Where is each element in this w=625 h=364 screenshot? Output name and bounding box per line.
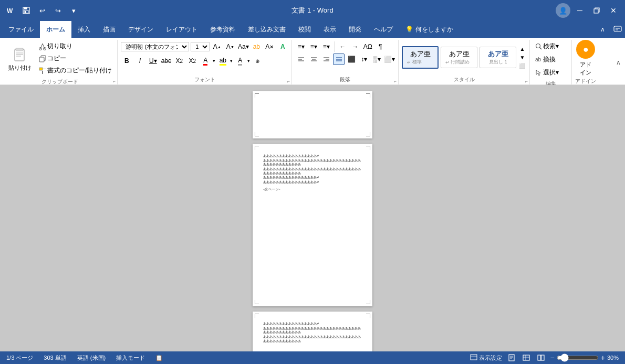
font-name-select[interactable]: 游明朝 (本文のフォン・	[121, 42, 189, 51]
change-case-button[interactable]: Aa▾	[237, 41, 249, 52]
ribbon-collapse-button[interactable]: ∧	[614, 40, 623, 84]
cut-button[interactable]: 切り取り	[37, 41, 114, 52]
tab-draw[interactable]: 描画	[97, 21, 122, 38]
bullet-list-button[interactable]: ≡▾	[295, 41, 307, 52]
columns-button[interactable]: ⬛	[346, 53, 357, 65]
tab-mailings[interactable]: 差し込み文書	[242, 21, 292, 38]
font-group-expand[interactable]: ⌐	[285, 78, 291, 84]
highlight-dropdown[interactable]: ▾	[230, 58, 233, 63]
font-shrink-button[interactable]: A▼	[224, 41, 236, 52]
style-standard[interactable]: あア亜 ↵ 標準	[402, 46, 439, 69]
collapse-ribbon-button[interactable]: ∧	[595, 21, 610, 38]
restore-button[interactable]	[589, 3, 604, 18]
tab-design[interactable]: デザイン	[122, 21, 160, 38]
print-layout-button[interactable]	[506, 352, 517, 363]
tab-review[interactable]: 校閲	[292, 21, 317, 38]
search-button[interactable]: 検索▾	[533, 41, 568, 52]
tab-file[interactable]: ファイル	[2, 21, 40, 38]
tab-search[interactable]: 💡 何をしますか	[399, 21, 460, 38]
tab-references[interactable]: 参考資料	[204, 21, 242, 38]
paragraph-group-expand[interactable]: ⌐	[392, 78, 398, 84]
justify-button[interactable]	[333, 53, 345, 65]
subscript-button[interactable]: X2	[173, 55, 185, 67]
copy-button[interactable]: コピー	[37, 53, 114, 64]
paste-button[interactable]: 貼り付け	[5, 44, 35, 73]
tab-dev[interactable]: 開発	[342, 21, 368, 38]
web-layout-button[interactable]	[521, 352, 532, 363]
tab-help[interactable]: ヘルプ	[368, 21, 399, 38]
style-compact[interactable]: あア亜 ↵ 行間詰め	[441, 47, 477, 68]
multilevel-list-button[interactable]: ≡▾	[320, 41, 332, 52]
style-heading1[interactable]: あア亜 見出し 1	[480, 47, 516, 68]
word-icon: W	[4, 4, 17, 17]
format-painter-button[interactable]: 書式のコピー/貼り付け	[37, 65, 114, 76]
text-highlight-button[interactable]: ab	[217, 55, 228, 67]
phonetic-guide-button[interactable]: ⊕	[252, 55, 263, 67]
close-button[interactable]: ✕	[606, 3, 621, 18]
user-avatar[interactable]: 👤	[556, 3, 570, 18]
zoom-in-button[interactable]: +	[601, 354, 605, 362]
align-left-button[interactable]	[295, 53, 307, 65]
borders-button[interactable]: ⬜▾	[383, 53, 395, 65]
svg-rect-49	[538, 355, 541, 360]
clear-format-button[interactable]: A✕	[264, 41, 275, 52]
show-hide-marks-button[interactable]: ¶	[374, 41, 386, 52]
addin-icon[interactable]: ●	[576, 40, 595, 59]
svg-rect-6	[594, 9, 598, 13]
comments-button[interactable]	[610, 21, 625, 38]
styles-scroll-down[interactable]: ▼	[518, 54, 526, 61]
tab-home[interactable]: ホーム	[40, 21, 71, 38]
font-color-dropdown[interactable]: ▾	[213, 58, 215, 63]
strikethrough-button[interactable]: abc	[160, 55, 172, 67]
tab-view[interactable]: 表示	[317, 21, 342, 38]
read-mode-button[interactable]	[536, 352, 546, 363]
editing-group-content: 検索▾ ab 換換 選択▾	[533, 40, 568, 79]
line-spacing-button[interactable]: ↕▾	[358, 53, 370, 65]
bold-button[interactable]: B	[121, 55, 132, 67]
undo-qat-button[interactable]: ↩	[36, 4, 48, 17]
shading-button[interactable]: A	[234, 55, 246, 67]
zoom-controls: − + 30%	[550, 354, 619, 362]
increase-indent-button[interactable]: →	[349, 41, 361, 52]
tab-insert[interactable]: 挿入	[71, 21, 97, 38]
numbered-list-button[interactable]: ≡▾	[308, 41, 319, 52]
svg-rect-50	[541, 355, 544, 360]
styles-expand[interactable]: ⬜	[518, 62, 526, 70]
display-settings-button[interactable]: 表示設定	[470, 354, 502, 362]
sort-button[interactable]: ΑΩ	[362, 41, 373, 52]
select-button[interactable]: 選択▾	[533, 67, 568, 78]
page-corner-tl-1	[255, 93, 259, 98]
clipboard-group-expand[interactable]: ⌐	[111, 78, 117, 84]
svg-rect-5	[25, 11, 26, 13]
align-right-button[interactable]	[320, 53, 332, 65]
customize-qat-button[interactable]: ▾	[67, 4, 80, 17]
page-corner-tr-2	[366, 146, 370, 150]
font-color-button[interactable]: A	[200, 55, 211, 67]
save-qat-button[interactable]	[20, 4, 33, 17]
zoom-out-button[interactable]: −	[550, 354, 555, 362]
font-group-label: フォント	[121, 75, 288, 84]
text-effects-button[interactable]: A	[277, 41, 288, 52]
redo-qat-button[interactable]: ↪	[51, 4, 64, 17]
underline-button[interactable]: U▾	[147, 55, 159, 67]
page-2-line-3: ああああああああああああああああああああああああああああああああああああああああ…	[263, 167, 362, 175]
replace-button[interactable]: ab 換換	[533, 54, 568, 65]
styles-scroll-up[interactable]: ▲	[518, 46, 526, 53]
shading-para-button[interactable]: ░▾	[371, 53, 382, 65]
shading-dropdown[interactable]: ▾	[247, 58, 250, 63]
page-corner-tr-3	[366, 314, 370, 318]
italic-button[interactable]: I	[134, 55, 145, 67]
font-grow-button[interactable]: A▲	[211, 41, 223, 52]
minimize-button[interactable]: ─	[572, 3, 587, 18]
language: 英語 (米国)	[77, 354, 106, 362]
align-center-button[interactable]	[308, 53, 319, 65]
styles-group-expand[interactable]: ⌐	[523, 78, 529, 84]
tab-layout[interactable]: レイアウト	[160, 21, 204, 38]
zoom-slider[interactable]	[557, 354, 599, 362]
font-size-select[interactable]: 18	[191, 42, 210, 51]
superscript-button[interactable]: X2	[186, 55, 198, 67]
svg-rect-40	[471, 355, 477, 360]
highlight-color-button[interactable]: ab	[251, 41, 262, 52]
document-area[interactable]: あああああああああああああああああ↵ あああああああああああああああああああああ…	[0, 85, 625, 351]
decrease-indent-button[interactable]: ←	[337, 41, 348, 52]
